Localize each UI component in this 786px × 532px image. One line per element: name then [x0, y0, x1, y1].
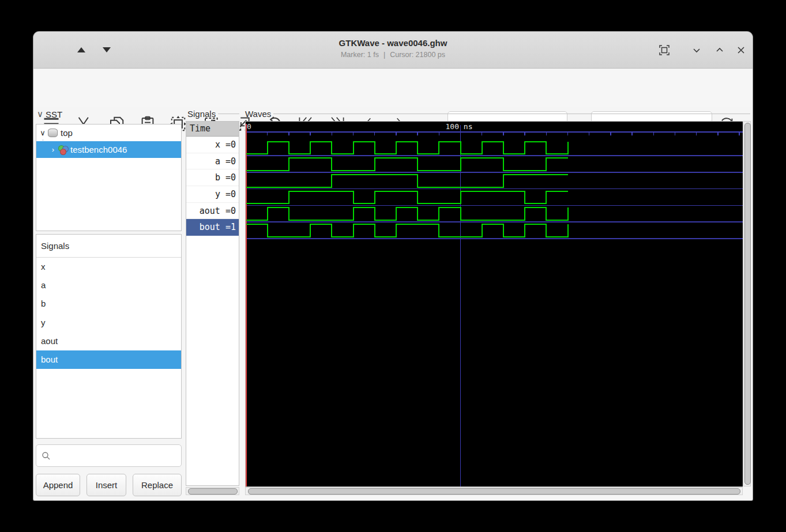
time-header[interactable]: Time [186, 122, 239, 137]
signals-frame-label: Signals [187, 109, 239, 119]
tree-row-testbench[interactable]: › testbench0046 [36, 141, 181, 158]
signal-search-input[interactable] [36, 444, 182, 467]
signal-value-row-bout[interactable]: bout =1 [186, 219, 239, 236]
toolbar: From: To: [33, 69, 753, 107]
signal-value-row-y[interactable]: y =0 [186, 186, 239, 203]
tree-row-label: testbench0046 [70, 145, 127, 154]
insert-button[interactable]: Insert [87, 474, 126, 496]
close-button[interactable] [735, 44, 747, 56]
list-item-x[interactable]: x [36, 258, 181, 276]
signal-value-row-b[interactable]: b =0 [186, 169, 239, 186]
sst-frame-label: ∨ SST [37, 109, 183, 119]
scrollbar-thumb[interactable] [744, 123, 751, 485]
svg-text:100 ns: 100 ns [446, 122, 473, 131]
gtkwave-window: GTKWave - wave0046.ghw Marker: 1 fs|Curs… [33, 32, 753, 500]
instance-icon [58, 145, 68, 154]
tree-expander-icon[interactable]: ∨ [39, 129, 47, 137]
list-item-bout[interactable]: bout [36, 350, 181, 369]
scrollbar-thumb[interactable] [188, 488, 238, 495]
list-item-y[interactable]: y [36, 314, 181, 332]
module-icon [48, 129, 58, 137]
signal-values-panel: Time x =0 a =0 b =0 y =0 aout =0 bout =1 [186, 121, 239, 486]
list-item-a[interactable]: a [36, 276, 181, 295]
signal-list-header: Signals [36, 235, 181, 258]
waves-frame-label-text: Waves [245, 109, 271, 119]
waveform-plot: 0100 ns [246, 122, 743, 486]
titlebar: GTKWave - wave0046.ghw Marker: 1 fs|Curs… [33, 32, 753, 69]
waves-frame-label: Waves [245, 109, 750, 119]
tree-row-top[interactable]: ∨ top [36, 124, 181, 141]
scrollbar-thumb[interactable] [248, 488, 740, 495]
signal-facility-list: Signals x a b y aout bout [36, 234, 182, 439]
cursor-status: Cursor: 21800 ps [390, 51, 445, 59]
sst-tree: ∨ top › testbench0046 [36, 124, 182, 231]
marker-cursor-status: Marker: 1 fs|Cursor: 21800 ps [33, 51, 753, 59]
status-separator: | [383, 51, 385, 59]
list-item-b[interactable]: b [36, 295, 181, 313]
search-icon [41, 451, 51, 461]
wave-canvas[interactable]: 0100 ns [245, 121, 743, 487]
fullscreen-icon [659, 44, 670, 56]
frame-line [273, 114, 750, 114]
maximize-button[interactable] [714, 44, 725, 56]
fullscreen-button[interactable] [659, 44, 670, 56]
window-title: GTKWave - wave0046.ghw [33, 38, 753, 48]
waves-hscrollbar[interactable] [245, 487, 743, 495]
tree-expander-icon[interactable]: › [49, 145, 57, 154]
signal-value-row-aout[interactable]: aout =0 [186, 203, 239, 220]
waves-vscrollbar[interactable] [743, 121, 751, 486]
chevron-down-icon [691, 44, 702, 56]
signal-value-row-a[interactable]: a =0 [186, 153, 239, 170]
frame-line [218, 114, 239, 114]
signals-frame-label-text: Signals [187, 109, 216, 119]
append-button[interactable]: Append [36, 474, 80, 496]
chevron-up-icon [714, 44, 725, 56]
replace-button[interactable]: Replace [133, 474, 182, 496]
sst-frame-label-text: SST [46, 110, 62, 119]
signal-value-row-x[interactable]: x =0 [186, 137, 239, 153]
close-icon [735, 44, 747, 56]
list-item-aout[interactable]: aout [36, 332, 181, 350]
svg-text:0: 0 [247, 122, 251, 131]
minimize-button[interactable] [691, 44, 702, 56]
tree-row-label: top [61, 128, 73, 138]
marker-status: Marker: 1 fs [341, 51, 379, 59]
signals-hscrollbar[interactable] [186, 487, 239, 495]
sst-expander-icon[interactable]: ∨ [37, 109, 43, 119]
